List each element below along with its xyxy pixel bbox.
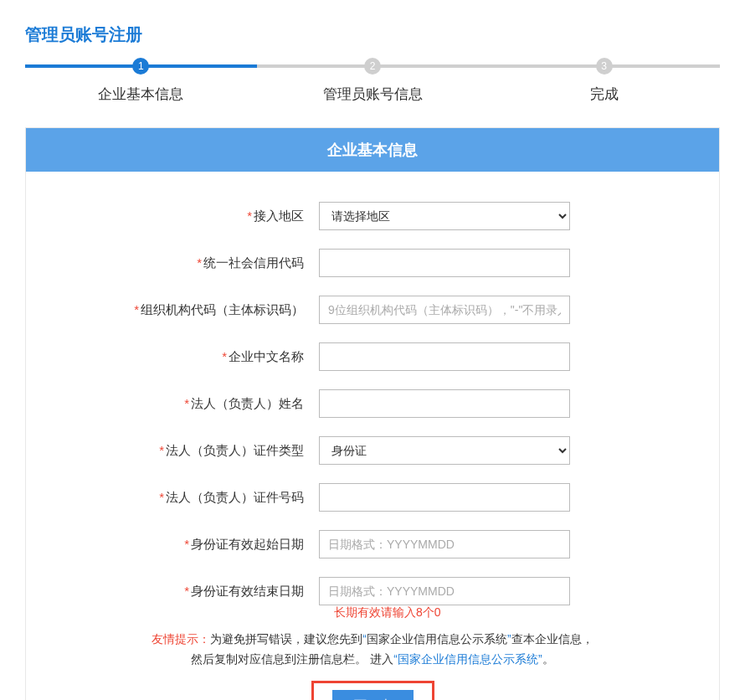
panel-header: 企业基本信息 — [26, 128, 719, 172]
page-title: 管理员账号注册 — [25, 0, 720, 64]
id-type-select[interactable]: 身份证 — [319, 436, 570, 465]
label-id-start: *身份证有效起始日期 — [51, 537, 319, 553]
legal-name-input[interactable] — [319, 389, 570, 418]
credit-system-link[interactable]: 国家企业信用信息公示系统 — [398, 652, 538, 666]
step-3: 3 完成 — [488, 64, 720, 104]
tip-block: 友情提示：为避免拼写错误，建议您先到“国家企业信用信息公示系统”查本企业信息， … — [51, 629, 694, 669]
tip-label: 友情提示： — [152, 632, 210, 646]
step-2: 2 管理员账号信息 — [257, 64, 489, 104]
id-end-note: 长期有效请输入8个0 — [334, 605, 694, 620]
label-cn-name: *企业中文名称 — [51, 349, 319, 365]
label-region: *接入地区 — [51, 208, 319, 224]
label-id-type: *法人（负责人）证件类型 — [51, 443, 319, 459]
label-id-end: *身份证有效结束日期 — [51, 584, 319, 600]
step-2-label: 管理员账号信息 — [257, 85, 489, 104]
step-1-number: 1 — [132, 58, 149, 75]
label-uscc: *统一社会信用代码 — [51, 255, 319, 271]
step-2-number: 2 — [364, 58, 381, 75]
form-panel: 企业基本信息 *接入地区 请选择地区 *统一社会信用代码 *组织机构代码（主体标… — [25, 127, 720, 700]
label-id-number: *法人（负责人）证件号码 — [51, 490, 319, 506]
step-3-label: 完成 — [488, 85, 720, 104]
next-step-button[interactable]: 下一步 — [332, 690, 414, 700]
step-1: 1 企业基本信息 — [25, 64, 257, 104]
label-legal-name: *法人（负责人）姓名 — [51, 396, 319, 412]
region-select[interactable]: 请选择地区 — [319, 202, 570, 230]
id-start-input[interactable] — [319, 530, 570, 558]
label-org-code: *组织机构代码（主体标识码） — [51, 302, 319, 318]
submit-highlight-box: 下一步 — [311, 681, 434, 700]
id-end-input[interactable] — [319, 577, 570, 605]
step-indicator: 1 企业基本信息 2 管理员账号信息 3 完成 — [25, 64, 720, 104]
id-number-input[interactable] — [319, 483, 570, 512]
org-code-input[interactable] — [319, 296, 570, 324]
step-3-number: 3 — [596, 58, 613, 75]
uscc-input[interactable] — [319, 249, 570, 277]
cn-name-input[interactable] — [319, 342, 570, 371]
step-1-label: 企业基本信息 — [25, 85, 257, 104]
